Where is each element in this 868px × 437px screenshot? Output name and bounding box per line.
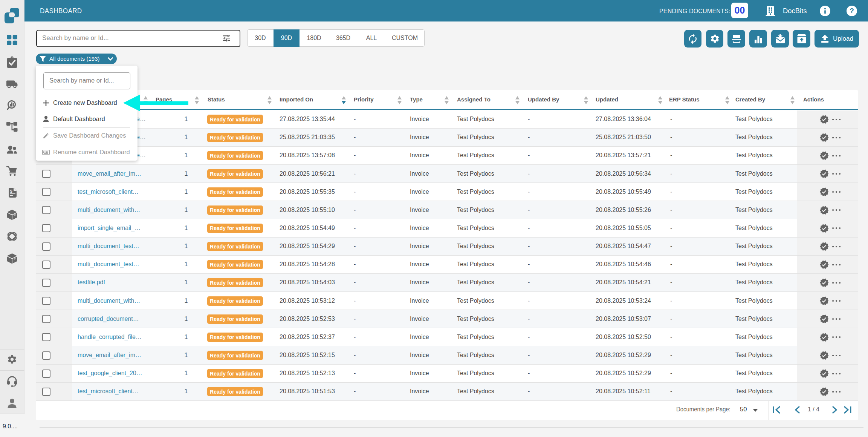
svg-text:$: $ — [10, 189, 12, 193]
svg-text:?: ? — [850, 7, 854, 15]
